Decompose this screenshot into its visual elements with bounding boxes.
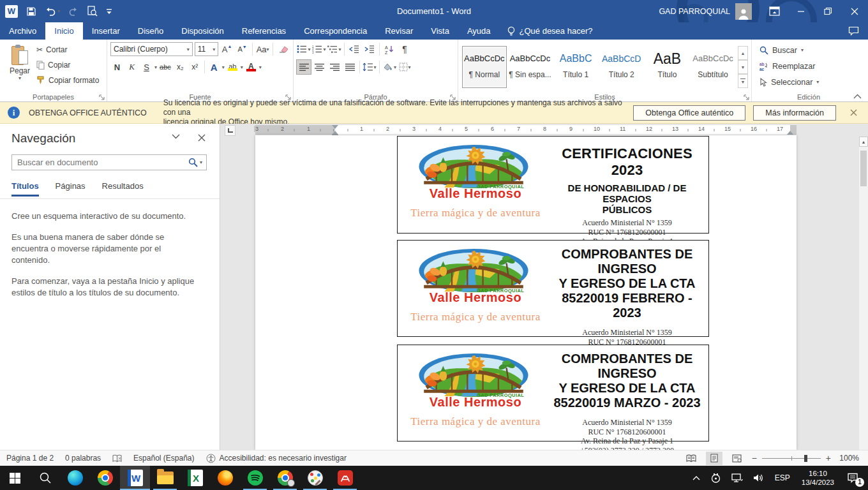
language-indicator[interactable]: Español (España) bbox=[133, 454, 194, 463]
tab-revisar[interactable]: Revisar bbox=[376, 22, 422, 40]
tab-ayuda[interactable]: Ayuda bbox=[458, 22, 500, 40]
sort-button[interactable]: AZ bbox=[382, 42, 396, 56]
taskbar-search-button[interactable] bbox=[30, 466, 60, 490]
superscript-button[interactable]: x² bbox=[188, 60, 202, 74]
grow-font-button[interactable]: A▲ bbox=[220, 42, 234, 56]
text-effects-dropdown-icon[interactable]: ▾ bbox=[222, 64, 225, 70]
tab-diseno[interactable]: Diseño bbox=[129, 22, 172, 40]
zoom-in-button[interactable]: + bbox=[826, 453, 831, 463]
web-layout-button[interactable] bbox=[729, 452, 745, 465]
account-avatar[interactable] bbox=[735, 3, 752, 20]
tab-archivo[interactable]: Archivo bbox=[0, 22, 45, 40]
horizontal-ruler[interactable]: 3 2 1 1 2 3 4 5 6 7 8 9 10 11 12 bbox=[255, 125, 797, 135]
taskbar-app-word-active[interactable]: W bbox=[120, 466, 150, 490]
document-page[interactable]: Valle Hermoso GAD PARROQUIAL Tierra mági… bbox=[255, 135, 797, 450]
letterhead-block-certificaciones[interactable]: Valle Hermoso GAD PARROQUIAL Tierra mági… bbox=[397, 136, 709, 234]
shrink-font-button[interactable]: A▼ bbox=[236, 42, 249, 56]
underline-button[interactable]: S bbox=[140, 60, 153, 74]
taskbar-app-chrome[interactable] bbox=[90, 466, 120, 490]
print-layout-button[interactable] bbox=[706, 452, 722, 465]
font-size-combo[interactable]: 11▾ bbox=[195, 42, 219, 56]
find-button[interactable]: Buscar▾ bbox=[760, 42, 862, 58]
taskbar-app-spotify[interactable] bbox=[240, 466, 270, 490]
tab-referencias[interactable]: Referencias bbox=[233, 22, 295, 40]
copy-button[interactable]: Copiar bbox=[36, 57, 99, 73]
tab-disposicion[interactable]: Disposición bbox=[172, 22, 232, 40]
line-spacing-button[interactable]: ▾ bbox=[363, 60, 377, 74]
style-titulo-2[interactable]: AaBbCcD Título 2 bbox=[599, 46, 644, 88]
justify-button[interactable] bbox=[343, 60, 357, 74]
undo-dropdown-icon[interactable]: ▾ bbox=[57, 8, 60, 14]
feedback-comment-icon[interactable] bbox=[848, 26, 859, 36]
styles-scroll-up-button[interactable]: ▲ bbox=[738, 46, 748, 60]
start-button[interactable] bbox=[0, 466, 30, 490]
proofing-status-icon[interactable] bbox=[112, 454, 122, 463]
language-indicator-tray[interactable]: ESP bbox=[770, 466, 795, 490]
numbering-button[interactable]: 123 ▾ bbox=[312, 42, 326, 56]
search-icon[interactable] bbox=[188, 158, 198, 167]
taskbar-app-excel[interactable]: X bbox=[180, 466, 210, 490]
restore-button[interactable] bbox=[814, 0, 841, 22]
select-button[interactable]: Seleccionar▾ bbox=[760, 74, 862, 90]
style-subtitulo[interactable]: AaBbCcDc Subtítulo bbox=[691, 46, 735, 88]
tell-me-box[interactable]: ¿Qué desea hacer? bbox=[500, 22, 601, 40]
taskbar-app-firefox[interactable] bbox=[210, 466, 240, 490]
replace-button[interactable]: abac Reemplazar bbox=[760, 58, 862, 74]
ribbon-display-options-button[interactable] bbox=[761, 0, 788, 22]
letterhead-block-febrero[interactable]: Valle Hermoso GAD PARROQUIAL Tierra mági… bbox=[397, 240, 709, 337]
highlight-dropdown-icon[interactable]: ▾ bbox=[241, 64, 243, 70]
collapse-ribbon-icon[interactable] bbox=[853, 94, 862, 99]
cut-button[interactable]: ✂ Cortar bbox=[36, 42, 99, 57]
styles-scroll-down-button[interactable]: ▼ bbox=[738, 60, 748, 74]
clear-formatting-button[interactable] bbox=[276, 42, 290, 56]
right-indent-marker[interactable] bbox=[787, 131, 793, 135]
taskbar-app-paint[interactable] bbox=[300, 466, 330, 490]
strikethrough-button[interactable]: abc bbox=[158, 60, 172, 74]
taskbar-app-edge[interactable] bbox=[60, 466, 90, 490]
hidden-icons-chevron[interactable] bbox=[687, 466, 705, 490]
style-titulo-1[interactable]: AaBbC Título 1 bbox=[553, 46, 598, 88]
shading-button[interactable]: ▾ bbox=[382, 60, 396, 74]
borders-button[interactable]: ▾ bbox=[398, 60, 412, 74]
save-button[interactable] bbox=[26, 6, 36, 17]
bold-button[interactable]: N bbox=[110, 60, 124, 74]
undo-button[interactable]: ▾ bbox=[45, 7, 60, 16]
font-family-combo[interactable]: Calibri (Cuerpo)▾ bbox=[110, 42, 193, 56]
align-right-button[interactable] bbox=[327, 60, 341, 74]
clock[interactable]: 16:10 13/4/2023 bbox=[795, 466, 841, 490]
bullets-button[interactable]: ▾ bbox=[297, 42, 311, 56]
nav-tab-resultados[interactable]: Resultados bbox=[102, 181, 144, 197]
word-count[interactable]: 0 palabras bbox=[65, 454, 101, 463]
letterhead-block-marzo[interactable]: Valle Hermoso GAD PARROQUIAL Tierra mági… bbox=[397, 345, 709, 442]
accessibility-status[interactable]: Accesibilidad: es necesario investigar bbox=[206, 454, 347, 463]
print-preview-button[interactable] bbox=[87, 6, 98, 17]
style-sin-espaciado[interactable]: AaBbCcDc ¶ Sin espa... bbox=[508, 46, 553, 88]
close-button[interactable] bbox=[841, 0, 868, 22]
account-user-name[interactable]: GAD PARROQUIAL bbox=[659, 7, 730, 16]
navigation-pane-options-icon[interactable] bbox=[172, 134, 180, 139]
vertical-scrollbar[interactable]: ▲ bbox=[859, 137, 868, 450]
network-icon[interactable] bbox=[726, 466, 748, 490]
document-search-box[interactable]: ▾ bbox=[11, 154, 207, 170]
font-color-button[interactable]: A bbox=[244, 60, 258, 74]
zoom-percentage[interactable]: 100% bbox=[837, 454, 859, 463]
search-options-dropdown-icon[interactable]: ▾ bbox=[200, 160, 202, 165]
zoom-slider[interactable] bbox=[762, 458, 821, 459]
change-case-button[interactable]: Aa▾ bbox=[256, 42, 269, 56]
scroll-up-button[interactable]: ▲ bbox=[859, 137, 868, 147]
multilevel-list-button[interactable]: ▾ bbox=[327, 42, 341, 56]
taskbar-app-acrobat[interactable] bbox=[330, 466, 360, 490]
format-painter-button[interactable]: Copiar formato bbox=[36, 73, 99, 88]
subscript-button[interactable]: x₂ bbox=[174, 60, 187, 74]
style-titulo[interactable]: AaB Título bbox=[645, 46, 690, 88]
first-line-indent-marker[interactable] bbox=[332, 125, 338, 129]
styles-more-button[interactable]: ▼ bbox=[738, 74, 748, 88]
tab-inicio[interactable]: Inicio bbox=[45, 22, 82, 40]
style-normal[interactable]: AaBbCcDc ¶ Normal bbox=[462, 46, 507, 88]
zoom-out-button[interactable]: − bbox=[752, 453, 757, 463]
decrease-indent-button[interactable] bbox=[347, 42, 361, 56]
minimize-button[interactable] bbox=[788, 0, 814, 22]
text-effects-button[interactable]: A bbox=[207, 60, 221, 74]
more-info-button[interactable]: Más información bbox=[753, 105, 836, 121]
align-left-button[interactable] bbox=[297, 60, 311, 74]
